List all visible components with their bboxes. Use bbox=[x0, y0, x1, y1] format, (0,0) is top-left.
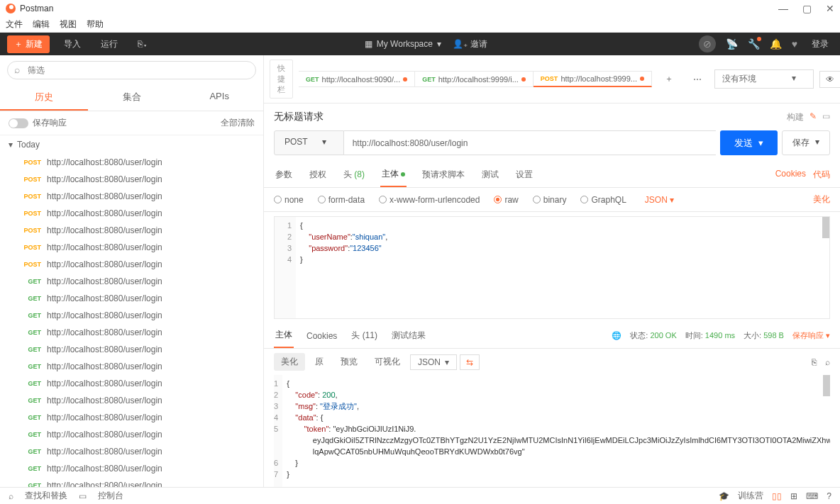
menu-edit[interactable]: 编辑 bbox=[33, 18, 50, 30]
history-item[interactable]: GEThttp://localhost:8080/user/login bbox=[0, 426, 263, 443]
tab-params[interactable]: 参数 bbox=[274, 163, 294, 186]
history-item[interactable]: GEThttp://localhost:8080/user/login bbox=[0, 460, 263, 477]
close-button[interactable]: ✕ bbox=[826, 3, 834, 14]
tab-prerequest[interactable]: 预请求脚本 bbox=[421, 163, 466, 186]
sidebar-tab-collections[interactable]: 集合 bbox=[88, 85, 176, 111]
raw-button[interactable]: 原 bbox=[308, 353, 331, 371]
history-item[interactable]: GEThttp://localhost:8080/user/login bbox=[0, 358, 263, 375]
login-button[interactable]: 登录 bbox=[807, 38, 833, 50]
menu-help[interactable]: 帮助 bbox=[87, 18, 104, 30]
globe-icon[interactable]: 🌐 bbox=[612, 331, 621, 340]
history-item[interactable]: GEThttp://localhost:8080/user/login bbox=[0, 290, 263, 307]
help-icon[interactable]: ? bbox=[827, 491, 831, 501]
more-button[interactable]: ⎘▾ bbox=[132, 36, 153, 52]
clear-all-button[interactable]: 全部清除 bbox=[221, 117, 255, 129]
env-preview-button[interactable]: 👁 bbox=[819, 71, 840, 88]
runner-button[interactable]: 运行 bbox=[95, 35, 123, 53]
body-format-selector[interactable]: JSON ▾ bbox=[645, 195, 674, 205]
send-button[interactable]: 发送▾ bbox=[720, 130, 778, 155]
scrollbar-thumb[interactable] bbox=[823, 375, 830, 396]
history-item[interactable]: GEThttp://localhost:8080/user/login bbox=[0, 392, 263, 409]
code-link[interactable]: 代码 bbox=[813, 169, 830, 181]
url-input[interactable] bbox=[344, 130, 716, 155]
search-icon[interactable]: ⌕ bbox=[9, 491, 13, 501]
keyboard-icon[interactable]: ⌨ bbox=[806, 491, 818, 501]
menu-file[interactable]: 文件 bbox=[6, 18, 23, 30]
two-pane-icon[interactable]: ⊞ bbox=[790, 491, 797, 501]
sync-off-icon[interactable]: ⊘ bbox=[699, 35, 716, 52]
preview-button[interactable]: 预览 bbox=[333, 353, 365, 371]
tab-settings[interactable]: 设置 bbox=[514, 163, 534, 186]
visualize-button[interactable]: 可视化 bbox=[368, 353, 407, 371]
body-type-none[interactable]: none bbox=[274, 195, 304, 205]
request-tab[interactable]: POSThttp://localhost:9999... bbox=[534, 71, 652, 87]
history-item[interactable]: POSThttp://localhost:8080/user/login bbox=[0, 205, 263, 222]
beautify-link[interactable]: 美化 bbox=[813, 194, 830, 206]
console-icon[interactable]: ▭ bbox=[79, 491, 87, 501]
minimize-button[interactable]: — bbox=[778, 3, 788, 14]
body-type-urlencoded[interactable]: x-www-form-urlencoded bbox=[379, 195, 480, 205]
request-tab[interactable]: GEThttp://localhost:9090/... bbox=[299, 71, 415, 87]
edit-icon[interactable]: ✎ bbox=[809, 111, 817, 123]
save-response-button[interactable]: 保存响应 ▾ bbox=[792, 330, 830, 341]
history-item[interactable]: GEThttp://localhost:8080/user/login bbox=[0, 307, 263, 324]
history-item[interactable]: GEThttp://localhost:8080/user/login bbox=[0, 273, 263, 290]
new-tab-button[interactable]: ＋ bbox=[658, 70, 680, 88]
history-item[interactable]: POSThttp://localhost:8080/user/login bbox=[0, 154, 263, 171]
save-request-button[interactable]: 保存▾ bbox=[782, 130, 830, 155]
response-tab-cookies[interactable]: Cookies bbox=[305, 325, 338, 347]
invite-button[interactable]: 👤₊邀请 bbox=[453, 38, 487, 50]
request-body-editor[interactable]: 1234 { "userName":"shiquan", "password":… bbox=[274, 216, 830, 319]
history-item[interactable]: POSThttp://localhost:8080/user/login bbox=[0, 239, 263, 256]
filter-input[interactable] bbox=[7, 61, 256, 79]
save-response-toggle[interactable] bbox=[9, 118, 28, 128]
cookies-link[interactable]: Cookies bbox=[775, 169, 806, 181]
console-button[interactable]: 控制台 bbox=[98, 490, 123, 502]
tab-body[interactable]: 主体 bbox=[380, 162, 407, 187]
response-format-selector[interactable]: JSON▾ bbox=[410, 354, 457, 370]
history-item[interactable]: GEThttp://localhost:8080/user/login bbox=[0, 409, 263, 426]
response-tab-tests[interactable]: 测试结果 bbox=[390, 324, 427, 347]
response-tab-headers[interactable]: 头 (11) bbox=[350, 324, 379, 347]
history-item[interactable]: POSThttp://localhost:8080/user/login bbox=[0, 171, 263, 188]
pretty-button[interactable]: 美化 bbox=[274, 353, 305, 371]
response-tab-body[interactable]: 主体 bbox=[274, 323, 294, 348]
today-header[interactable]: ▾Today bbox=[0, 135, 263, 154]
sidebar-tab-history[interactable]: 历史 bbox=[0, 85, 88, 111]
history-item[interactable]: POSThttp://localhost:8080/user/login bbox=[0, 222, 263, 239]
comment-icon[interactable]: ▭ bbox=[822, 111, 830, 123]
method-selector[interactable]: POST▾ bbox=[274, 130, 344, 155]
layout-icon[interactable]: ▯▯ bbox=[772, 491, 782, 501]
body-type-raw[interactable]: raw bbox=[494, 195, 518, 205]
tab-tests[interactable]: 测试 bbox=[480, 163, 500, 186]
sidebar-tab-apis[interactable]: APIs bbox=[175, 85, 263, 111]
search-icon[interactable]: ⌕ bbox=[825, 357, 830, 367]
tab-options-button[interactable]: ⋯ bbox=[686, 72, 709, 87]
copy-icon[interactable]: ⎘ bbox=[812, 357, 817, 367]
quick-bar[interactable]: 快捷栏 bbox=[270, 60, 293, 99]
history-item[interactable]: GEThttp://localhost:8080/user/login bbox=[0, 443, 263, 460]
workspace-selector[interactable]: ▦My Workspace▾ bbox=[365, 39, 441, 49]
new-button[interactable]: ＋新建 bbox=[7, 35, 50, 53]
body-type-binary[interactable]: binary bbox=[533, 195, 567, 205]
history-item[interactable]: POSThttp://localhost:8080/user/login bbox=[0, 188, 263, 205]
history-item[interactable]: POSThttp://localhost:8080/user/login bbox=[0, 256, 263, 273]
request-title[interactable]: 无标题请求 bbox=[274, 111, 324, 123]
tab-authorization[interactable]: 授权 bbox=[308, 163, 328, 186]
request-tab[interactable]: GEThttp://localhost:9999/i... bbox=[415, 71, 534, 87]
history-item[interactable]: GEThttp://localhost:8080/user/login bbox=[0, 477, 263, 487]
heart-icon[interactable]: ♥ bbox=[792, 38, 797, 50]
wrap-lines-button[interactable]: ⇆ bbox=[460, 354, 480, 370]
history-item[interactable]: GEThttp://localhost:8080/user/login bbox=[0, 324, 263, 341]
environment-selector[interactable]: 没有环境▾ bbox=[714, 69, 814, 89]
bell-icon[interactable]: 🔔 bbox=[770, 38, 782, 50]
wrench-icon[interactable]: 🔧 bbox=[748, 38, 760, 50]
response-body-editor[interactable]: 12345 67 { "code": 200, "msg": "登录成功", "… bbox=[274, 375, 830, 487]
satellite-icon[interactable]: 📡 bbox=[726, 38, 738, 50]
menu-view[interactable]: 视图 bbox=[60, 18, 77, 30]
maximize-button[interactable]: ▢ bbox=[802, 3, 812, 14]
bootcamp-button[interactable]: 训练营 bbox=[738, 490, 763, 502]
body-type-graphql[interactable]: GraphQL bbox=[580, 195, 626, 205]
history-item[interactable]: GEThttp://localhost:8080/user/login bbox=[0, 341, 263, 358]
scrollbar-thumb[interactable] bbox=[822, 217, 829, 238]
